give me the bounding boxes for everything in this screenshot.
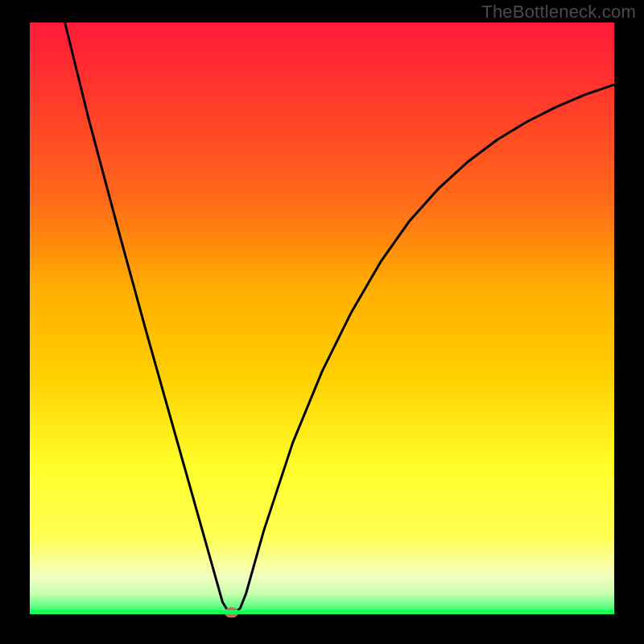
baseline-strip	[30, 610, 614, 614]
bottleneck-chart	[0, 0, 644, 644]
chart-frame: TheBottleneck.com	[0, 0, 644, 644]
plot-background	[30, 23, 614, 614]
